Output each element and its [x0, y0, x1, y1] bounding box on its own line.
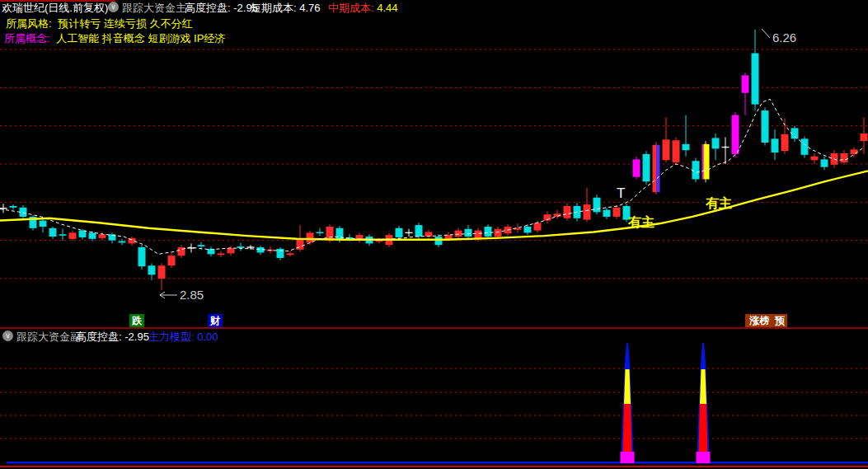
- chevron-down-icon: ∨: [5, 331, 11, 340]
- chevron-down-icon: ∨: [110, 2, 116, 11]
- model-label: 主力模型:: [148, 331, 195, 343]
- main-gridlines: [0, 49, 868, 279]
- concept-row: 所属概念: 人工智能 抖音概念 短剧游戏 IP经济: [4, 32, 225, 45]
- sub-baseline-red: [0, 466, 868, 467]
- sub-panel: [0, 343, 868, 467]
- short-cost-field: 短期成本: 4.76: [251, 2, 321, 14]
- ctrl-field: 高度控盘: -2.95: [185, 2, 258, 14]
- signal-text-youzhu-2: 有主: [705, 195, 732, 210]
- short-cost-label: 短期成本:: [251, 2, 297, 14]
- high-price-label: 6.26: [772, 30, 796, 45]
- spike-segment-red: [699, 404, 708, 452]
- sub-baseline-blue: [7, 462, 868, 464]
- t-mark: T: [617, 185, 625, 201]
- sub-ctrl-value: -2.95: [124, 331, 149, 343]
- ctrl-label: 高度控盘:: [185, 2, 231, 14]
- signal-marker: 预: [772, 314, 787, 327]
- spike-base-magenta: [621, 452, 635, 463]
- chart-canvas: 6.262.85有主有主T: [0, 0, 868, 469]
- model-field: 主力模型: 0.00: [148, 331, 218, 343]
- page-title: 欢瑞世纪(日线.前复权): [2, 2, 108, 14]
- stock-chart-app: 6.262.85有主有主T 欢瑞世纪(日线.前复权) ∨ 跟踪大资金主 高度控盘…: [0, 0, 868, 469]
- concept-value: 人工智能 抖音概念 短剧游戏 IP经济: [56, 32, 225, 45]
- panel-separator: [0, 327, 868, 329]
- sub-ctrl-field: 高度控盘: -2.95: [76, 331, 149, 343]
- short-cost-value: 4.76: [299, 2, 320, 14]
- chart-annotations: 6.262.85有主有主T: [160, 29, 796, 302]
- low-price-label: 2.85: [180, 288, 204, 302]
- ma-line-long-yellow: [0, 171, 868, 239]
- sub-ctrl-label: 高度控盘:: [76, 331, 122, 343]
- mid-cost-value: 4.44: [377, 2, 397, 14]
- collapse-main-indicator-icon[interactable]: ∨: [108, 2, 119, 12]
- mid-cost-label: 中期成本:: [328, 2, 374, 14]
- main-indicator-name: 跟踪大资金主: [122, 2, 186, 14]
- style-label: 所属风格:: [6, 17, 52, 30]
- signal-text-youzhu-1: 有主: [627, 214, 655, 229]
- model-value: 0.00: [197, 331, 218, 343]
- spike-segment-red: [623, 404, 632, 452]
- signal-marker: 财: [208, 314, 223, 327]
- mid-cost-field: 中期成本: 4.44: [328, 2, 398, 14]
- sub-indicator-name: 跟踪大资金副: [16, 331, 81, 343]
- signal-marker: 跌: [129, 314, 144, 327]
- concept-label: 所属概念:: [4, 32, 50, 45]
- spike-base-magenta: [697, 452, 711, 463]
- collapse-sub-indicator-icon[interactable]: ∨: [2, 331, 13, 341]
- candlestick-series: [0, 30, 868, 290]
- signal-marker: 涨榜: [745, 314, 774, 327]
- style-row: 所属风格: 预计转亏 连续亏损 久不分红: [6, 17, 192, 30]
- style-value: 预计转亏 连续亏损 久不分红: [58, 17, 192, 30]
